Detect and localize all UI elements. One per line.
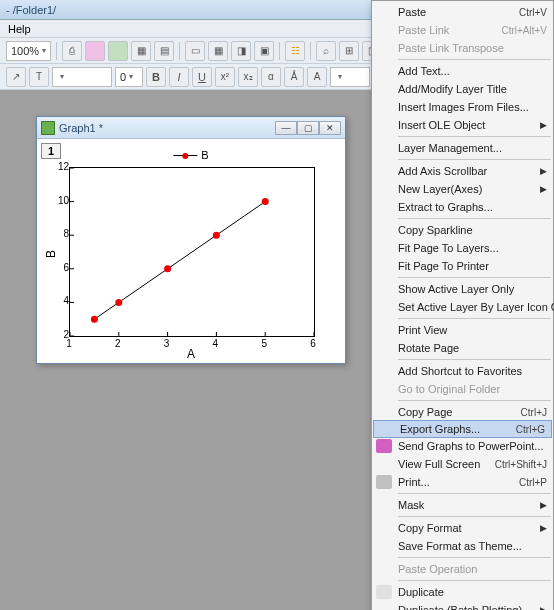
plot-area[interactable] bbox=[69, 167, 315, 337]
y-tick: 10 bbox=[57, 195, 69, 206]
menu-item[interactable]: Save Format as Theme... bbox=[372, 537, 553, 555]
tool-icon[interactable] bbox=[108, 41, 128, 61]
tool-icon[interactable]: ▦ bbox=[208, 41, 228, 61]
tool-icon[interactable] bbox=[85, 41, 105, 61]
menu-item[interactable]: Insert OLE Object▶ bbox=[372, 116, 553, 134]
graph-window-title: Graph1 * bbox=[59, 122, 103, 134]
menu-item-label: Send Graphs to PowerPoint... bbox=[398, 440, 544, 452]
menu-help[interactable]: Help bbox=[8, 23, 31, 35]
font-combo[interactable] bbox=[52, 67, 112, 87]
tool-icon[interactable]: T bbox=[29, 67, 49, 87]
menu-item[interactable]: Print...Ctrl+P bbox=[372, 473, 553, 491]
menu-item-icon bbox=[376, 475, 392, 489]
bold-icon[interactable]: B bbox=[146, 67, 166, 87]
y-tick: 4 bbox=[57, 295, 69, 306]
menu-item[interactable]: New Layer(Axes)▶ bbox=[372, 180, 553, 198]
underline-icon[interactable]: U bbox=[192, 67, 212, 87]
menu-item[interactable]: Copy Sparkline bbox=[372, 221, 553, 239]
context-menu[interactable]: PasteCtrl+VPaste LinkCtrl+Alt+VPaste Lin… bbox=[371, 0, 554, 610]
menu-item[interactable]: Add Text... bbox=[372, 62, 553, 80]
menu-item-label: Rotate Page bbox=[398, 342, 459, 354]
title-text: - /Folder1/ bbox=[6, 4, 56, 16]
menu-item-shortcut: Ctrl+Alt+V bbox=[501, 25, 547, 36]
tool-icon[interactable]: ◨ bbox=[231, 41, 251, 61]
menu-item[interactable]: Mask▶ bbox=[372, 496, 553, 514]
x-axis-label: A bbox=[187, 347, 195, 361]
tool-icon[interactable]: ⊞ bbox=[339, 41, 359, 61]
tool-icon[interactable]: x₂ bbox=[238, 67, 258, 87]
tool-icon[interactable]: A bbox=[307, 67, 327, 87]
legend[interactable]: B bbox=[168, 147, 213, 163]
menu-item-icon bbox=[376, 439, 392, 453]
menu-item[interactable]: Set Active Layer By Layer Icon Only bbox=[372, 298, 553, 316]
combo[interactable] bbox=[330, 67, 370, 87]
submenu-arrow-icon: ▶ bbox=[540, 166, 547, 176]
tool-icon[interactable]: ▦ bbox=[131, 41, 151, 61]
menu-item-shortcut: Ctrl+Shift+J bbox=[495, 459, 547, 470]
x-tick: 6 bbox=[310, 338, 316, 349]
menu-item[interactable]: Fit Page To Layers... bbox=[372, 239, 553, 257]
menu-item-label: View Full Screen bbox=[398, 458, 480, 470]
tool-icon[interactable]: α bbox=[261, 67, 281, 87]
x-tick: 2 bbox=[115, 338, 121, 349]
menu-item-label: Fit Page To Printer bbox=[398, 260, 489, 272]
menu-item: Paste Operation bbox=[372, 560, 553, 578]
tool-icon[interactable]: x² bbox=[215, 67, 235, 87]
graph-body[interactable]: 1 B B A 24681012 123456 bbox=[37, 139, 345, 363]
zoom-combo[interactable]: 100% bbox=[6, 41, 51, 61]
y-tick: 8 bbox=[57, 228, 69, 239]
menu-item-icon bbox=[376, 585, 392, 599]
menu-item[interactable]: Extract to Graphs... bbox=[372, 198, 553, 216]
menu-item[interactable]: PasteCtrl+V bbox=[372, 3, 553, 21]
menu-item[interactable]: View Full ScreenCtrl+Shift+J bbox=[372, 455, 553, 473]
menu-item-label: Duplicate bbox=[398, 586, 444, 598]
tool-icon[interactable]: ☷ bbox=[285, 41, 305, 61]
menu-item[interactable]: Send Graphs to PowerPoint... bbox=[372, 437, 553, 455]
menu-item[interactable]: Layer Management... bbox=[372, 139, 553, 157]
menu-item[interactable]: Duplicate (Batch Plotting)▶ bbox=[372, 601, 553, 610]
maximize-icon[interactable]: ▢ bbox=[297, 121, 319, 135]
chart-svg bbox=[70, 168, 314, 336]
menu-item-label: Extract to Graphs... bbox=[398, 201, 493, 213]
print-icon[interactable]: ⎙ bbox=[62, 41, 82, 61]
menu-item-label: Print... bbox=[398, 476, 430, 488]
submenu-arrow-icon: ▶ bbox=[540, 523, 547, 533]
minimize-icon[interactable]: — bbox=[275, 121, 297, 135]
tool-icon[interactable]: Å bbox=[284, 67, 304, 87]
menu-item[interactable]: Add/Modify Layer Title bbox=[372, 80, 553, 98]
menu-item[interactable]: Add Axis Scrollbar▶ bbox=[372, 162, 553, 180]
y-tick: 12 bbox=[57, 161, 69, 172]
menu-item-label: Paste Link Transpose bbox=[398, 42, 504, 54]
menu-item[interactable]: Rotate Page bbox=[372, 339, 553, 357]
layer-tab[interactable]: 1 bbox=[41, 143, 61, 159]
tool-icon[interactable]: ↗ bbox=[6, 67, 26, 87]
size-combo[interactable]: 0 bbox=[115, 67, 143, 87]
menu-item-shortcut: Ctrl+J bbox=[521, 407, 547, 418]
tool-icon[interactable]: ▣ bbox=[254, 41, 274, 61]
menu-item-label: Go to Original Folder bbox=[398, 383, 500, 395]
menu-item[interactable]: Export Graphs...Ctrl+G bbox=[373, 420, 552, 438]
tool-icon[interactable]: ▭ bbox=[185, 41, 205, 61]
menu-item[interactable]: Copy PageCtrl+J bbox=[372, 403, 553, 421]
tool-icon[interactable]: ▤ bbox=[154, 41, 174, 61]
menu-item: Paste Link Transpose bbox=[372, 39, 553, 57]
graph-window[interactable]: Graph1 * — ▢ ✕ 1 B B A 24681012 123456 bbox=[36, 116, 346, 364]
close-icon[interactable]: ✕ bbox=[319, 121, 341, 135]
menu-item[interactable]: Duplicate bbox=[372, 583, 553, 601]
menu-item-label: Add Axis Scrollbar bbox=[398, 165, 487, 177]
menu-item[interactable]: Copy Format▶ bbox=[372, 519, 553, 537]
x-tick: 4 bbox=[213, 338, 219, 349]
graph-window-titlebar[interactable]: Graph1 * — ▢ ✕ bbox=[37, 117, 345, 139]
menu-item-label: Show Active Layer Only bbox=[398, 283, 514, 295]
menu-item[interactable]: Print View bbox=[372, 321, 553, 339]
menu-item-label: Duplicate (Batch Plotting) bbox=[398, 604, 522, 610]
menu-item[interactable]: Show Active Layer Only bbox=[372, 280, 553, 298]
menu-item: Paste LinkCtrl+Alt+V bbox=[372, 21, 553, 39]
menu-item[interactable]: Insert Images From Files... bbox=[372, 98, 553, 116]
tool-icon[interactable]: ⌕ bbox=[316, 41, 336, 61]
italic-icon[interactable]: I bbox=[169, 67, 189, 87]
svg-point-2 bbox=[164, 265, 171, 272]
menu-item-label: Set Active Layer By Layer Icon Only bbox=[398, 301, 554, 313]
menu-item[interactable]: Fit Page To Printer bbox=[372, 257, 553, 275]
menu-item[interactable]: Add Shortcut to Favorites bbox=[372, 362, 553, 380]
